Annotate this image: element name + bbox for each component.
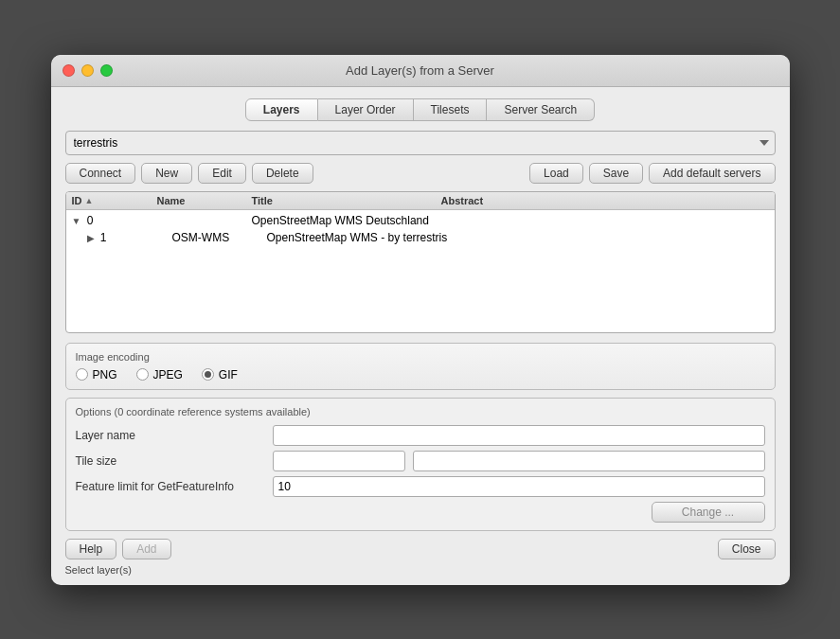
tab-tilesets[interactable]: Tilesets bbox=[414, 98, 488, 121]
image-encoding-section: Image encoding PNG JPEG GIF bbox=[65, 343, 776, 390]
radio-png[interactable]: PNG bbox=[76, 368, 117, 382]
status-bar: Select layer(s) bbox=[65, 564, 776, 576]
header-title: Title bbox=[252, 195, 441, 206]
cell-id: ▶ 1 bbox=[87, 231, 172, 244]
radio-jpeg[interactable]: JPEG bbox=[136, 368, 183, 382]
cell-title: OpenStreetMap WMS - by terrestris bbox=[267, 231, 456, 244]
header-abstract: Abstract bbox=[441, 195, 769, 206]
header-name: Name bbox=[157, 195, 252, 206]
change-btn-row: Change ... bbox=[76, 502, 765, 523]
add-button[interactable]: Add bbox=[122, 539, 170, 559]
titlebar: Add Layer(s) from a Server bbox=[51, 55, 790, 87]
change-button[interactable]: Change ... bbox=[652, 502, 765, 523]
options-title: Options (0 coordinate reference systems … bbox=[76, 406, 765, 417]
bottom-row: Help Add Close bbox=[65, 539, 776, 559]
header-id: ID ▲ bbox=[72, 195, 157, 206]
layer-name-input[interactable] bbox=[273, 425, 765, 446]
maximize-window-button[interactable] bbox=[100, 64, 113, 77]
expand-icon[interactable]: ▼ bbox=[72, 216, 81, 226]
help-button[interactable]: Help bbox=[65, 539, 117, 559]
load-button[interactable]: Load bbox=[529, 163, 583, 184]
tile-size-label: Tile size bbox=[76, 454, 265, 468]
radio-gif[interactable]: GIF bbox=[202, 368, 238, 382]
radio-gif-input[interactable] bbox=[202, 368, 214, 381]
delete-button[interactable]: Delete bbox=[252, 163, 313, 184]
table-body: ▼ 0 OpenStreetMap WMS Deutschland ▶ 1 OS… bbox=[66, 210, 775, 248]
tab-layers[interactable]: Layers bbox=[245, 98, 318, 121]
tile-size-input-1[interactable] bbox=[273, 451, 405, 471]
right-buttons: Load Save Add default servers bbox=[529, 163, 775, 184]
table-row[interactable]: ▼ 0 OpenStreetMap WMS Deutschland bbox=[66, 212, 775, 229]
main-window: Add Layer(s) from a Server Layers Layer … bbox=[51, 55, 790, 585]
bottom-left-buttons: Help Add bbox=[65, 539, 171, 559]
window-title: Add Layer(s) from a Server bbox=[346, 63, 494, 78]
options-section: Options (0 coordinate reference systems … bbox=[65, 398, 776, 531]
content-area: Layers Layer Order Tilesets Server Searc… bbox=[51, 87, 790, 585]
close-window-button[interactable] bbox=[63, 64, 75, 77]
tab-bar: Layers Layer Order Tilesets Server Searc… bbox=[65, 98, 776, 121]
new-button[interactable]: New bbox=[141, 163, 192, 184]
image-encoding-label: Image encoding bbox=[76, 351, 765, 363]
minimize-window-button[interactable] bbox=[81, 64, 94, 77]
table-header: ID ▲ Name Title Abstract bbox=[66, 192, 775, 210]
table-row[interactable]: ▶ 1 OSM-WMS OpenStreetMap WMS - by terre… bbox=[66, 229, 775, 246]
image-encoding-options: PNG JPEG GIF bbox=[76, 368, 765, 382]
edit-button[interactable]: Edit bbox=[198, 163, 246, 184]
server-dropdown[interactable]: terrestris bbox=[65, 131, 776, 155]
server-row: terrestris bbox=[65, 131, 776, 155]
close-button[interactable]: Close bbox=[718, 539, 776, 559]
layer-name-label: Layer name bbox=[76, 429, 265, 442]
tab-server-search[interactable]: Server Search bbox=[487, 98, 595, 121]
save-button[interactable]: Save bbox=[589, 163, 643, 184]
connect-button[interactable]: Connect bbox=[65, 163, 136, 184]
layer-name-row: Layer name bbox=[76, 425, 765, 446]
feature-limit-label: Feature limit for GetFeatureInfo bbox=[76, 480, 265, 493]
tile-size-input-2[interactable] bbox=[413, 451, 765, 471]
cell-name: OSM-WMS bbox=[172, 231, 267, 244]
add-default-servers-button[interactable]: Add default servers bbox=[649, 163, 775, 184]
tile-size-row: Tile size bbox=[76, 451, 765, 471]
radio-png-input[interactable] bbox=[76, 368, 88, 381]
window-controls bbox=[63, 64, 113, 77]
feature-limit-row: Feature limit for GetFeatureInfo bbox=[76, 476, 765, 497]
layers-table: ID ▲ Name Title Abstract ▼ 0 bbox=[65, 191, 776, 333]
radio-jpeg-input[interactable] bbox=[136, 368, 149, 381]
action-buttons-row: Connect New Edit Delete Load Save Add de… bbox=[65, 163, 776, 184]
expand-icon[interactable]: ▶ bbox=[87, 233, 95, 243]
tab-layer-order[interactable]: Layer Order bbox=[318, 98, 414, 121]
cell-id: ▼ 0 bbox=[72, 214, 157, 227]
cell-title: OpenStreetMap WMS Deutschland bbox=[252, 214, 441, 227]
feature-limit-input[interactable] bbox=[273, 476, 765, 497]
sort-arrow-icon: ▲ bbox=[85, 196, 94, 205]
